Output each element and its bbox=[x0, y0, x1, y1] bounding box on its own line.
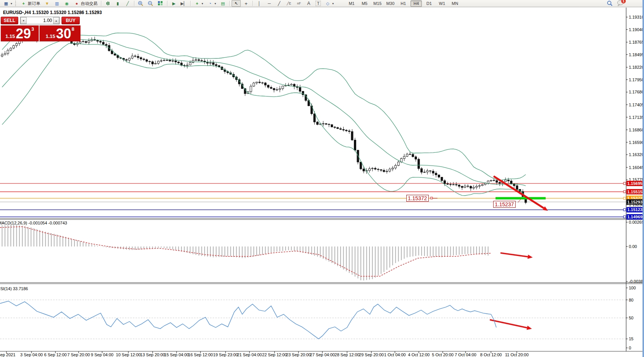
date-label: 22 Sep 12:00 bbox=[262, 352, 287, 357]
zoom-out-button[interactable] bbox=[146, 0, 155, 7]
new-order-icon: + bbox=[21, 1, 27, 6]
volume-input[interactable] bbox=[27, 17, 53, 24]
sell-button[interactable]: SELL bbox=[1, 17, 18, 24]
date-label: 29 Sep 20:00 bbox=[359, 352, 384, 357]
tile-windows-icon bbox=[158, 1, 164, 6]
bar-chart-button[interactable] bbox=[103, 0, 112, 7]
toolbar-right: 1 bbox=[607, 0, 624, 7]
auto-scroll-button[interactable]: ▶ bbox=[169, 0, 178, 7]
rsi-scale-label: 15 bbox=[629, 336, 633, 341]
notification-badge: 1 bbox=[621, 0, 626, 3]
date-label: 21 Sep 04:00 bbox=[237, 352, 262, 357]
zoom-in-icon bbox=[138, 1, 144, 6]
date-label: 7 Sep 20:00 bbox=[67, 352, 90, 357]
timeframe-m1[interactable]: M1 bbox=[346, 0, 357, 7]
price-tick-label: 1.19310 bbox=[629, 15, 644, 19]
templates-icon: ▤ bbox=[220, 1, 226, 6]
crosshair-icon: + bbox=[243, 1, 249, 6]
price-axis[interactable]: 1.193101.190401.187651.184951.182201.179… bbox=[623, 8, 644, 351]
shapes-button[interactable]: ◇▾ bbox=[323, 0, 335, 7]
timeframe-w1[interactable]: W1 bbox=[436, 0, 448, 7]
chart-dropdown-button[interactable]: ▦▾ bbox=[2, 0, 14, 7]
date-label: 6 Sep 12:00 bbox=[44, 352, 66, 357]
history-icon: ▥ bbox=[54, 1, 60, 6]
timeframe-h1[interactable]: H1 bbox=[398, 0, 409, 7]
funnel-button[interactable]: ▼ bbox=[43, 0, 52, 7]
vertical-line-button[interactable]: │ bbox=[255, 0, 264, 7]
mt4-window: ▦▾ +新订单 ▼ ▥ ◉ ●自动交易 ▮ ╱ ▶ ▶▏ +▾ ◔▾ ▤ ↖ +… bbox=[0, 0, 644, 357]
search-icon[interactable] bbox=[607, 0, 613, 6]
timeframe-d1[interactable]: D1 bbox=[423, 0, 435, 7]
templates-button[interactable]: ▤ bbox=[218, 0, 227, 7]
date-label: 1 Oct 04:00 bbox=[384, 352, 406, 357]
timeframe-m15[interactable]: M15 bbox=[372, 0, 383, 7]
price-tick-label: 1.16860 bbox=[629, 128, 644, 132]
timeframe-m30[interactable]: M30 bbox=[385, 0, 396, 7]
history-button[interactable]: ▥ bbox=[52, 0, 62, 7]
candlestick-icon: ▮ bbox=[115, 1, 121, 6]
macd-panel bbox=[0, 225, 491, 280]
volume-up-button[interactable]: ▲ bbox=[53, 17, 59, 24]
price-tick-label: 1.16045 bbox=[629, 165, 644, 170]
cursor-icon: ↖ bbox=[233, 1, 239, 6]
chat-button[interactable]: 1 bbox=[617, 0, 624, 7]
macd-indicator-label: MACD(12,26,9) -0.001054 -0.000743 bbox=[0, 221, 67, 225]
rsi-scale-label: 80 bbox=[629, 298, 633, 302]
rsi-scale-label: 50 bbox=[629, 316, 633, 320]
fibonacci-button[interactable]: ≡F bbox=[294, 0, 303, 7]
indicators-icon: + bbox=[194, 1, 200, 6]
separator bbox=[253, 1, 253, 6]
date-label: 23 Sep 20:00 bbox=[286, 352, 311, 357]
zoom-in-button[interactable] bbox=[136, 0, 145, 7]
chart-shift-button[interactable]: ▶▏ bbox=[179, 0, 188, 7]
chevron-down-icon: ▾ bbox=[332, 2, 334, 5]
text-button[interactable]: A bbox=[304, 0, 313, 7]
shapes-icon: ◇ bbox=[325, 1, 331, 6]
date-label: 10 Sep 12:00 bbox=[116, 352, 140, 357]
label-button[interactable]: T bbox=[314, 0, 322, 7]
date-label: 5 Oct 20:00 bbox=[432, 352, 454, 357]
trendline-button[interactable]: ╱ bbox=[275, 0, 284, 7]
bid-ask-display: 1.15 29 3 1.15 30 8 bbox=[1, 25, 80, 41]
date-label: 7 Oct 04:00 bbox=[455, 352, 477, 357]
autotrade-icon: ● bbox=[74, 1, 80, 6]
one-click-trading-panel: SELL ▼ ▲ BUY 1.15 29 3 1.15 30 8 bbox=[1, 17, 80, 41]
rsi-indicator-label: RSI(14) 33.7186 bbox=[0, 286, 28, 291]
bollinger-bands bbox=[2, 26, 526, 197]
channel-button[interactable]: ╱E bbox=[284, 0, 294, 7]
sell-price[interactable]: 1.15 29 3 bbox=[1, 25, 39, 41]
timeframe-mn[interactable]: MN bbox=[449, 0, 461, 7]
separator bbox=[101, 1, 101, 6]
chart-canvas: 1.193101.190401.187651.184951.182201.179… bbox=[0, 0, 644, 357]
text-icon: A bbox=[306, 1, 312, 6]
price-callout[interactable]: 1.15237 bbox=[493, 201, 516, 208]
separator bbox=[229, 1, 230, 6]
autotrade-label: 自动交易 bbox=[81, 1, 98, 6]
horizontal-line-button[interactable]: ─ bbox=[265, 0, 274, 7]
price-callout[interactable]: 1.15372 bbox=[406, 195, 429, 202]
price-badge: 1.15695 bbox=[627, 181, 642, 186]
separator bbox=[134, 1, 134, 6]
panel-separators[interactable] bbox=[0, 218, 642, 351]
new-order-label: 新订单 bbox=[28, 1, 40, 6]
new-order-button[interactable]: +新订单 bbox=[19, 0, 42, 7]
buy-price[interactable]: 1.15 30 8 bbox=[39, 25, 80, 41]
sell-price-sup: 3 bbox=[32, 26, 34, 32]
cursor-button[interactable]: ↖ bbox=[232, 0, 241, 7]
autotrade-button[interactable]: ●自动交易 bbox=[72, 0, 99, 7]
indicators-button[interactable]: +▾ bbox=[193, 0, 205, 7]
date-axis[interactable]: Sep 20213 Sep 04:006 Sep 12:007 Sep 20:0… bbox=[0, 351, 529, 357]
timeframe-h4[interactable]: H4 bbox=[410, 0, 422, 7]
macd-scale-label: 0.002691 bbox=[629, 220, 644, 224]
candlestick-button[interactable]: ▮ bbox=[113, 0, 122, 7]
volume-down-button[interactable]: ▼ bbox=[21, 17, 27, 24]
timeframe-m5[interactable]: M5 bbox=[359, 0, 370, 7]
line-chart-button[interactable]: ╱ bbox=[123, 0, 132, 7]
crosshair-button[interactable]: + bbox=[242, 0, 251, 7]
periods-button[interactable]: ◔▾ bbox=[205, 0, 218, 7]
sell-price-small: 1.15 bbox=[5, 33, 15, 39]
timeframe-group: M1M5M15M30H1H4D1W1MN bbox=[346, 0, 461, 7]
tile-windows-button[interactable] bbox=[156, 0, 165, 7]
signals-button[interactable]: ◉ bbox=[62, 0, 71, 7]
buy-button[interactable]: BUY bbox=[62, 17, 80, 24]
